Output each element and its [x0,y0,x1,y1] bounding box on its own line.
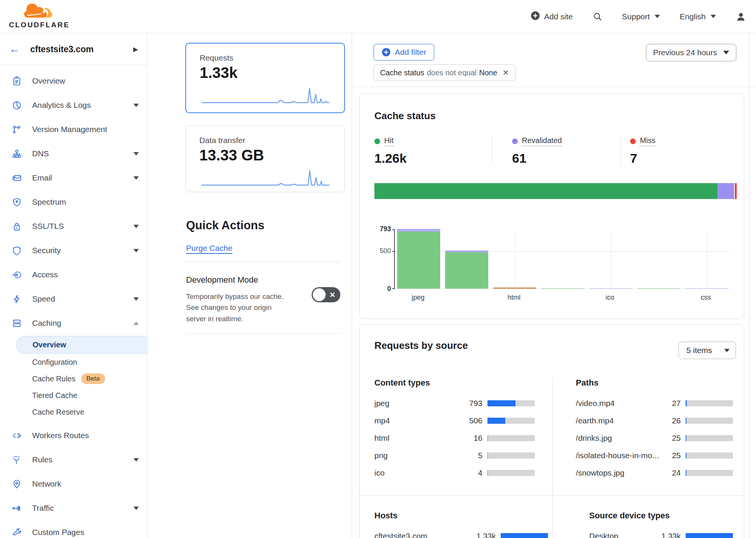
add-circle-icon [531,11,540,22]
sidebar-item-ssl-tls[interactable]: SSL/TLS [0,214,147,238]
summary-segment-miss [735,183,737,199]
list-item[interactable]: /snowtops.jpg 24 [576,464,733,482]
sidebar-item-workers-routes[interactable]: Workers Routes [0,423,147,448]
bar-ico[interactable] [589,288,632,289]
subnav-item-configuration[interactable]: Configuration [0,354,147,370]
cloudflare-logo[interactable]: CLOUDFLARE [8,4,71,29]
funnel-icon [11,454,22,465]
list-item[interactable]: cftestsite3.com 1.33k [374,527,548,538]
time-range-select[interactable]: Previous 24 hours [646,44,736,61]
chevron-down-icon [134,297,139,301]
add-circle-icon [382,48,391,57]
add-site-button[interactable]: Add site [531,11,573,22]
progress-track [686,418,733,424]
cache-status-bar-chart: 7935000 jpeghtmlicocss [374,229,736,303]
top-bar-actions: Add site Support English [531,11,746,22]
progress-fill [686,452,686,459]
chevron-down-icon [134,458,139,462]
quick-actions-title: Quick Actions [186,219,340,232]
list-item[interactable]: /isolated-house-in-mo... 25 [576,447,733,464]
subnav-item-cache-rules[interactable]: Cache Rules Beta [0,370,147,387]
list-item[interactable]: ico 4 [374,464,535,482]
development-mode-toggle[interactable]: ✕ [312,287,340,302]
chevron-up-icon [134,322,139,325]
hit-dot-icon [374,138,380,144]
back-arrow-icon[interactable]: ← [9,44,20,54]
envelope-icon [11,173,22,183]
sidebar-item-rules[interactable]: Rules [0,448,147,472]
list-item[interactable]: mp4 506 [374,412,535,429]
sidebar-item-custom-pages[interactable]: Custom Pages [0,520,147,538]
sidebar-item-caching[interactable]: Caching [0,311,147,335]
list-item[interactable]: html 16 [374,429,535,447]
bar-jpeg[interactable] [397,229,440,289]
bar-unlabeled-3[interactable] [541,288,584,289]
sidebar-item-dns[interactable]: DNS [0,141,147,166]
add-filter-button[interactable]: Add filter [374,44,434,61]
content-types-column: Content types jpeg 793 mp4 506 [374,378,539,482]
sidebar-item-analytics-logs[interactable]: Analytics & Logs [0,93,147,117]
bar-segment-revalidated [397,229,440,232]
requests-value: 1.33k [200,64,331,81]
sidebar-item-access[interactable]: Access [0,263,147,287]
sidebar: ← cftestsite3.com ▶ Overview Analytics &… [0,34,147,538]
sidebar-item-email[interactable]: Email [0,166,147,190]
sidebar-item-security[interactable]: Security [0,238,147,263]
requests-by-source-card: Requests by source 5 items Content types… [359,324,744,538]
quick-actions-section: Quick Actions Purge Cache Development Mo… [186,219,340,334]
sidebar-item-network[interactable]: Network [0,472,147,496]
revalidated-value: 61 [512,151,621,166]
sidebar-item-spectrum[interactable]: Spectrum [0,190,147,214]
list-item[interactable]: /earth.mp4 26 [576,412,733,429]
language-menu[interactable]: English [680,12,716,21]
bar-segment-revalidated [685,288,728,289]
bar-html[interactable] [493,288,536,289]
x-axis-label-html: html [508,294,520,302]
toggle-off-x-icon: ✕ [329,291,335,299]
divider [186,262,340,262]
list-item[interactable]: Desktop 1.33k [589,527,733,538]
progress-fill [686,435,686,441]
access-arrow-icon [11,269,22,280]
sidebar-item-speed[interactable]: Speed [0,287,147,311]
revalidated-dot-icon [512,138,518,144]
list-item[interactable]: /drinks.jpg 25 [576,429,733,447]
bar-css[interactable] [685,288,728,289]
x-axis-label-css: css [701,294,711,302]
progress-fill [487,435,488,441]
filter-operator: does not equal [427,68,477,77]
bar-segment-hit [541,288,584,289]
support-menu[interactable]: Support [622,12,660,21]
items-count-select[interactable]: 5 items [678,342,736,359]
paths-column: Paths /video.mp4 27 /earth.mp4 26 [576,378,736,482]
user-avatar-icon[interactable] [736,11,746,22]
cache-status-filter-chip[interactable]: Cache status does not equal None ✕ [374,64,515,81]
list-item[interactable]: /video.mp4 27 [576,395,733,412]
chart-x-axis-labels: jpeghtmlicocss [394,294,731,303]
legend-revalidated: Revalidated 61 [492,135,621,166]
subnav-item-cache-reserve[interactable]: Cache Reserve [0,404,147,420]
purge-cache-link[interactable]: Purge Cache [186,244,233,253]
gridline [515,229,515,289]
progress-fill [686,418,686,424]
sidebar-item-traffic[interactable]: Traffic [0,496,147,520]
column-divider [553,378,553,538]
bar-unlabeled-5[interactable] [637,288,680,289]
search-icon[interactable] [593,12,602,22]
subnav-item-tiered-cache[interactable]: Tiered Cache [0,387,147,404]
split-arrows-icon [11,503,22,513]
y-axis-tick [392,288,395,289]
bar-unlabeled-1[interactable] [445,250,488,289]
scrollbar-track[interactable] [749,34,750,538]
requests-metric-card[interactable]: Requests 1.33k [185,43,345,113]
progress-fill [686,400,687,406]
list-item[interactable]: png 5 [374,447,535,464]
subnav-item-overview[interactable]: Overview [16,336,147,354]
chevron-right-icon[interactable]: ▶ [133,45,138,53]
data-transfer-metric-card[interactable]: Data transfer 13.33 GB [185,126,345,192]
sidebar-item-overview[interactable]: Overview [0,69,147,93]
sidebar-item-version-management[interactable]: Version Management [0,117,147,141]
close-icon[interactable]: ✕ [503,68,509,77]
progress-track [487,418,535,424]
list-item[interactable]: jpeg 793 [374,395,535,412]
